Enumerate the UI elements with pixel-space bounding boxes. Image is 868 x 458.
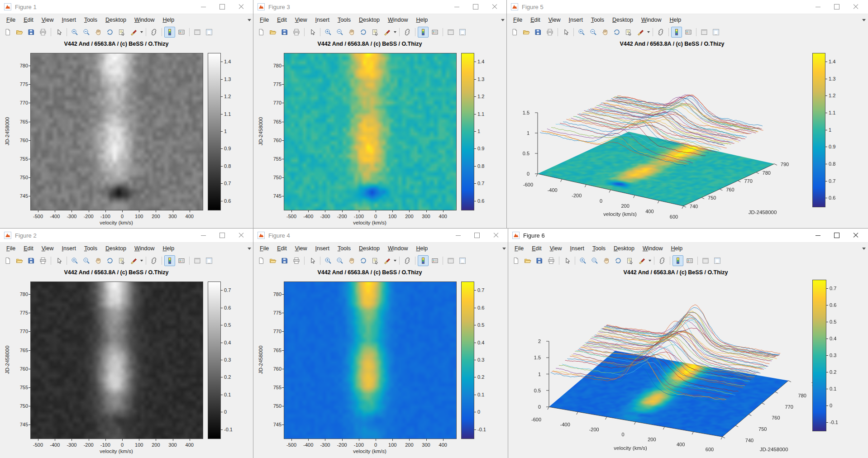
pan-icon[interactable] [346,255,357,266]
zoom-out-icon[interactable] [588,27,599,38]
show-plot-tools-icon[interactable] [712,255,723,266]
insert-colorbar-icon[interactable] [164,27,175,38]
rotate-3d-icon[interactable] [358,255,369,266]
menu-item-view[interactable]: View [38,243,58,254]
heatmap-plot[interactable] [30,281,203,439]
open-file-icon[interactable] [14,27,25,38]
zoom-out-icon[interactable] [334,255,345,266]
zoom-out-icon[interactable] [81,255,92,266]
zoom-in-icon[interactable] [323,27,334,38]
insert-legend-icon[interactable] [429,255,440,266]
minimize-button[interactable] [447,0,466,14]
menu-item-edit[interactable]: Edit [528,243,546,254]
titlebar[interactable]: Figure 4 [253,229,508,243]
brush-dropdown-caret[interactable] [649,260,651,262]
brush-icon[interactable] [636,255,647,266]
pan-icon[interactable] [93,27,104,38]
maximize-button[interactable] [467,229,486,242]
link-plot-icon[interactable] [402,255,413,266]
menu-item-window[interactable]: Window [637,14,665,25]
menu-item-window[interactable]: Window [130,243,158,254]
menu-item-desktop[interactable]: Desktop [355,243,384,254]
menu-item-tools[interactable]: Tools [80,243,101,254]
edit-plot-icon[interactable] [53,27,64,38]
maximize-button[interactable] [466,0,485,14]
print-figure-icon[interactable] [291,255,302,266]
menu-item-help[interactable]: Help [158,14,178,25]
menu-item-edit[interactable]: Edit [19,243,38,254]
minimize-button[interactable] [194,0,213,14]
show-plot-tools-icon[interactable] [204,255,215,266]
menu-item-desktop[interactable]: Desktop [101,14,130,25]
menu-item-window[interactable]: Window [130,14,158,25]
menu-item-tools[interactable]: Tools [587,14,608,25]
menu-item-insert[interactable]: Insert [565,14,587,25]
data-cursor-icon[interactable] [623,27,634,38]
insert-legend-icon[interactable] [176,27,187,38]
menu-item-insert[interactable]: Insert [58,243,80,254]
rotate-3d-icon[interactable] [358,27,369,38]
maximize-button[interactable] [827,0,846,14]
hide-plot-tools-icon[interactable] [699,27,710,38]
rotate-3d-icon[interactable] [611,27,622,38]
insert-colorbar-icon[interactable] [671,27,682,38]
show-plot-tools-icon[interactable] [457,27,468,38]
hide-plot-tools-icon[interactable] [192,27,203,38]
zoom-in-icon[interactable] [577,255,588,266]
menu-item-desktop[interactable]: Desktop [608,14,637,25]
open-file-icon[interactable] [522,255,533,266]
menu-item-window[interactable]: Window [639,243,667,254]
titlebar[interactable]: Figure 1 [0,0,253,14]
menu-overflow-chevron[interactable] [501,19,505,21]
insert-legend-icon[interactable] [684,255,695,266]
data-cursor-icon[interactable] [116,27,127,38]
save-figure-icon[interactable] [533,27,544,38]
close-button[interactable] [232,0,251,14]
menu-item-view[interactable]: View [38,14,58,25]
brush-icon[interactable] [128,255,139,266]
brush-dropdown-caret[interactable] [140,260,143,262]
zoom-in-icon[interactable] [576,27,587,38]
print-figure-icon[interactable] [291,27,302,38]
data-cursor-icon[interactable] [625,255,635,266]
rotate-3d-icon[interactable] [105,27,115,38]
maximize-button[interactable] [213,229,232,242]
pan-icon[interactable] [93,255,104,266]
new-figure-icon[interactable] [2,27,13,38]
show-plot-tools-icon[interactable] [457,255,468,266]
menu-item-help[interactable]: Help [412,14,432,25]
edit-plot-icon[interactable] [307,27,318,38]
link-plot-icon[interactable] [657,255,668,266]
hide-plot-tools-icon[interactable] [445,255,456,266]
menu-item-insert[interactable]: Insert [566,243,588,254]
menu-item-file[interactable]: File [510,243,528,254]
minimize-button[interactable] [194,229,213,242]
menu-item-view[interactable]: View [291,243,311,254]
minimize-button[interactable] [448,229,467,242]
menu-item-edit[interactable]: Edit [19,14,38,25]
menu-item-edit[interactable]: Edit [273,14,291,25]
hide-plot-tools-icon[interactable] [700,255,711,266]
menu-item-desktop[interactable]: Desktop [355,14,384,25]
insert-colorbar-icon[interactable] [418,27,429,38]
menu-item-window[interactable]: Window [384,14,412,25]
maximize-button[interactable] [213,0,232,14]
menu-item-help[interactable]: Help [667,243,687,254]
menu-item-file[interactable]: File [2,243,19,254]
menu-item-file[interactable]: File [256,14,273,25]
new-figure-icon[interactable] [510,255,521,266]
heatmap-plot[interactable] [30,53,203,210]
menu-item-view[interactable]: View [544,14,565,25]
heatmap-plot[interactable] [284,281,457,439]
brush-icon[interactable] [382,255,392,266]
open-file-icon[interactable] [267,255,278,266]
menu-overflow-chevron[interactable] [502,248,506,250]
edit-plot-icon[interactable] [562,255,572,266]
menu-item-help[interactable]: Help [158,243,178,254]
menu-item-file[interactable]: File [2,14,19,25]
menu-item-desktop[interactable]: Desktop [610,243,639,254]
close-button[interactable] [846,229,865,242]
maximize-button[interactable] [827,229,846,242]
menu-item-tools[interactable]: Tools [80,14,101,25]
save-figure-icon[interactable] [279,27,290,38]
